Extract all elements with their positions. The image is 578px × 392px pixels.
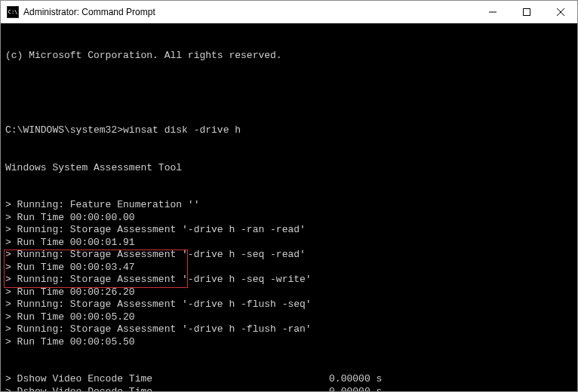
tool-name: Windows System Assessment Tool bbox=[5, 162, 573, 175]
window-controls bbox=[475, 1, 577, 23]
close-button[interactable] bbox=[543, 1, 577, 23]
terminal-area[interactable]: (c) Microsoft Corporation. All rights re… bbox=[1, 23, 577, 391]
metric-line: > Dshow Video Encode Time 0.00000 s bbox=[5, 373, 573, 386]
output-line: > Running: Storage Assessment '-drive h … bbox=[5, 249, 573, 262]
output-line: > Run Time 00:00:03.47 bbox=[5, 262, 573, 274]
window-title: Administrator: Command Prompt bbox=[23, 7, 475, 17]
output-line: > Running: Storage Assessment '-drive h … bbox=[5, 323, 573, 336]
titlebar[interactable]: C:\ Administrator: Command Prompt bbox=[1, 1, 577, 23]
output-line: > Run Time 00:00:26.20 bbox=[5, 286, 573, 299]
output-line: > Run Time 00:00:05.50 bbox=[5, 336, 573, 349]
output-line: > Running: Feature Enumeration '' bbox=[5, 199, 573, 212]
output-line: > Run Time 00:00:01.91 bbox=[5, 237, 573, 250]
minimize-button[interactable] bbox=[475, 1, 509, 23]
output-line: > Running: Storage Assessment '-drive h … bbox=[5, 274, 573, 286]
command-line: C:\WINDOWS\system32>winsat disk -drive h bbox=[5, 124, 573, 137]
output-line: > Running: Storage Assessment '-drive h … bbox=[5, 224, 573, 237]
cmd-icon: C:\ bbox=[7, 6, 19, 18]
simple-metrics: > Dshow Video Encode Time 0.00000 s> Dsh… bbox=[5, 373, 573, 391]
metric-line: > Dshow Video Decode Time 0.00000 s bbox=[5, 386, 573, 392]
output-line: > Run Time 00:00:05.20 bbox=[5, 311, 573, 324]
copyright-line: (c) Microsoft Corporation. All rights re… bbox=[5, 50, 573, 63]
blank-line bbox=[5, 87, 573, 100]
command-text: winsat disk -drive h bbox=[123, 124, 241, 136]
run-lines: > Running: Feature Enumeration ''> Run T… bbox=[5, 199, 573, 348]
svg-rect-1 bbox=[523, 8, 530, 15]
output-line: > Run Time 00:00:00.00 bbox=[5, 212, 573, 225]
maximize-button[interactable] bbox=[509, 1, 543, 23]
prompt-path: C:\WINDOWS\system32> bbox=[5, 124, 123, 136]
output-line: > Running: Storage Assessment '-drive h … bbox=[5, 299, 573, 311]
